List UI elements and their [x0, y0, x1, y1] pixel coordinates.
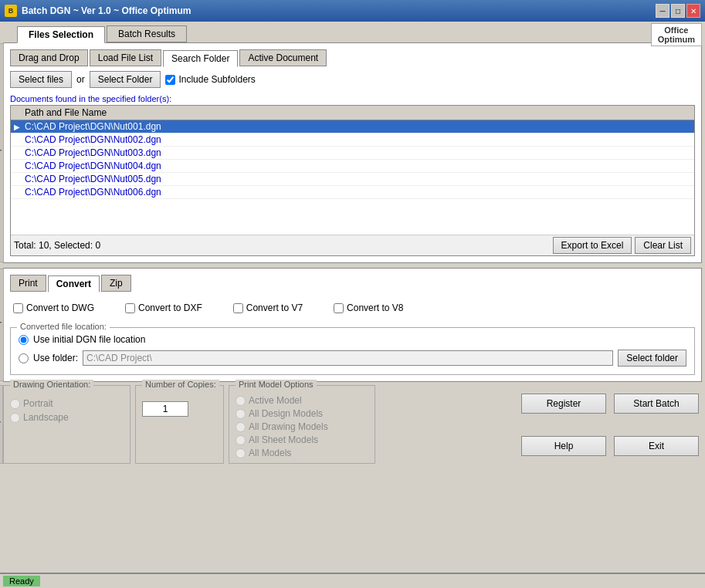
print-model-legend: Print Model Options — [236, 380, 317, 389]
file-list-status: Total: 10, Selected: 0 — [14, 240, 100, 251]
table-row[interactable]: ▶ C:\CAD Project\DGN\Nut001.dgn — [11, 120, 694, 133]
file-link[interactable]: C:\CAD Project\DGN\Nut002.dgn — [25, 134, 161, 145]
bottom-action-buttons: Help Exit — [521, 436, 699, 456]
status-bar: Ready — [0, 573, 705, 588]
copies-legend: Number of Copies: — [142, 380, 219, 389]
include-subfolders-checkbox[interactable] — [165, 75, 175, 85]
convert-tab-bar: Print Convert Zip — [10, 275, 695, 292]
file-list-status-bar: Total: 10, Selected: 0 Export to Excel C… — [11, 235, 694, 255]
active-model-radio — [236, 396, 246, 406]
landscape-radio — [10, 413, 20, 423]
select-files-button[interactable]: Select files — [10, 71, 72, 88]
landscape-option[interactable]: Landscape — [10, 412, 124, 423]
app-icon: B — [5, 5, 17, 17]
print-model-panel: Print Model Options Active Model All Des… — [229, 385, 375, 464]
all-sheet-radio — [236, 435, 246, 445]
tip-sidebar-middle: Tip — [0, 269, 4, 381]
all-design-option[interactable]: All Design Models — [236, 408, 368, 419]
portrait-radio — [10, 399, 20, 409]
convert-to-dwg-checkbox[interactable] — [13, 303, 23, 313]
inner-tab-bar: Drag and Drop Load File List Search Fold… — [10, 49, 695, 66]
copies-input[interactable] — [142, 401, 188, 417]
file-link[interactable]: C:\CAD Project\DGN\Nut003.dgn — [25, 147, 161, 158]
tab-convert[interactable]: Convert — [48, 275, 100, 292]
print-model-options: Active Model All Design Models All Drawi… — [236, 395, 368, 458]
main-tab-bar: Files Selection Batch Results — [0, 22, 705, 42]
convert-to-dxf-option[interactable]: Convert to DXF — [125, 302, 202, 313]
tab-zip[interactable]: Zip — [101, 275, 131, 292]
table-row[interactable]: C:\CAD Project\DGN\Nut005.dgn — [11, 173, 694, 186]
drawing-orientation-legend: Drawing Orientation: — [10, 380, 93, 389]
select-folder-bottom-button[interactable]: Select folder — [618, 350, 686, 367]
file-table: Path and File Name ▶ C:\CAD Project\DGN\… — [10, 105, 695, 256]
title-bar-title: B Batch DGN ~ Ver 1.0 ~ Office Optimum — [5, 5, 191, 17]
title-bar-controls: ─ □ ✕ — [656, 4, 700, 18]
drawing-orientation-panel: Drawing Orientation: Portrait Landscape — [3, 385, 130, 464]
all-models-radio — [236, 448, 246, 458]
status-ready: Ready — [3, 576, 40, 586]
use-initial-radio-row[interactable]: Use initial DGN file location — [19, 334, 686, 345]
convert-to-v7-option[interactable]: Convert to V7 — [233, 302, 303, 313]
close-button[interactable]: ✕ — [686, 4, 700, 18]
start-batch-button[interactable]: Start Batch — [614, 394, 699, 414]
files-selection-panel: Tip Drag and Drop Load File List Search … — [3, 42, 702, 263]
convert-to-v7-checkbox[interactable] — [233, 303, 243, 313]
title-bar: B Batch DGN ~ Ver 1.0 ~ Office Optimum ─… — [0, 0, 705, 22]
file-location-legend: Converted file location: — [17, 322, 110, 331]
copies-input-wrapper — [142, 401, 217, 417]
tab-drag-drop[interactable]: Drag and Drop — [10, 49, 88, 66]
export-to-excel-button[interactable]: Export to Excel — [553, 237, 632, 254]
file-table-header: Path and File Name — [11, 106, 694, 120]
top-action-buttons: Register Start Batch — [521, 394, 699, 414]
tab-load-file-list[interactable]: Load File List — [90, 49, 161, 66]
convert-to-dxf-checkbox[interactable] — [125, 303, 135, 313]
convert-panel: Tip Print Convert Zip Convert to DWG Con… — [3, 268, 702, 382]
or-label: or — [76, 74, 85, 85]
tab-search-folder[interactable]: Search Folder — [163, 50, 238, 67]
portrait-option[interactable]: Portrait — [10, 398, 124, 409]
tab-print[interactable]: Print — [10, 275, 46, 292]
file-link[interactable]: C:\CAD Project\DGN\Nut006.dgn — [25, 187, 161, 198]
table-row[interactable]: C:\CAD Project\DGN\Nut006.dgn — [11, 186, 694, 199]
register-button[interactable]: Register — [521, 394, 606, 414]
office-logo: OfficeOptimum — [651, 23, 702, 46]
action-buttons-panel: Register Start Batch Help Exit — [380, 385, 702, 464]
orientation-options: Portrait Landscape — [10, 398, 124, 423]
convert-to-v8-option[interactable]: Convert to V8 — [334, 302, 403, 313]
folder-path-input[interactable] — [83, 350, 613, 366]
file-link[interactable]: C:\CAD Project\DGN\Nut005.dgn — [25, 174, 161, 184]
tab-active-document[interactable]: Active Document — [239, 49, 327, 66]
maximize-button[interactable]: □ — [671, 4, 685, 18]
active-model-option[interactable]: Active Model — [236, 395, 368, 406]
all-sheet-option[interactable]: All Sheet Models — [236, 434, 368, 445]
minimize-button[interactable]: ─ — [656, 4, 669, 18]
all-drawing-option[interactable]: All Drawing Models — [236, 421, 368, 432]
clear-list-button[interactable]: Clear List — [635, 237, 691, 254]
file-link[interactable]: C:\CAD Project\DGN\Nut004.dgn — [25, 161, 161, 171]
use-folder-radio-row[interactable]: Use folder: Select folder — [19, 350, 686, 367]
bottom-row: Tip Drawing Orientation: Portrait Landsc… — [3, 385, 702, 464]
file-list-actions: Export to Excel Clear List — [553, 237, 691, 254]
exit-button[interactable]: Exit — [614, 436, 699, 456]
select-folder-button[interactable]: Select Folder — [90, 71, 161, 88]
use-initial-radio[interactable] — [19, 335, 29, 345]
table-row[interactable]: C:\CAD Project\DGN\Nut004.dgn — [11, 160, 694, 173]
all-models-option[interactable]: All Models — [236, 448, 368, 458]
convert-to-v8-checkbox[interactable] — [334, 303, 344, 313]
table-row[interactable]: C:\CAD Project\DGN\Nut002.dgn — [11, 133, 694, 147]
convert-to-dwg-option[interactable]: Convert to DWG — [13, 302, 94, 313]
all-design-radio — [236, 409, 246, 419]
documents-label: Documents found in the specified folder(… — [10, 94, 695, 103]
file-link[interactable]: C:\CAD Project\DGN\Nut001.dgn — [25, 121, 161, 132]
include-subfolders-checkbox-label[interactable]: Include Subfolders — [165, 74, 255, 85]
file-controls-row: Select files or Select Folder Include Su… — [10, 71, 695, 88]
file-location-group: Converted file location: Use initial DGN… — [10, 327, 695, 375]
tip-sidebar-top: Tip — [0, 43, 4, 262]
help-button[interactable]: Help — [521, 436, 606, 456]
tab-batch-results[interactable]: Batch Results — [107, 25, 187, 42]
convert-options: Convert to DWG Convert to DXF Convert to… — [10, 299, 695, 316]
tab-files-selection[interactable]: Files Selection — [17, 26, 105, 43]
file-table-body[interactable]: ▶ C:\CAD Project\DGN\Nut001.dgn C:\CAD P… — [11, 120, 694, 235]
use-folder-radio[interactable] — [19, 353, 29, 363]
table-row[interactable]: C:\CAD Project\DGN\Nut003.dgn — [11, 147, 694, 160]
